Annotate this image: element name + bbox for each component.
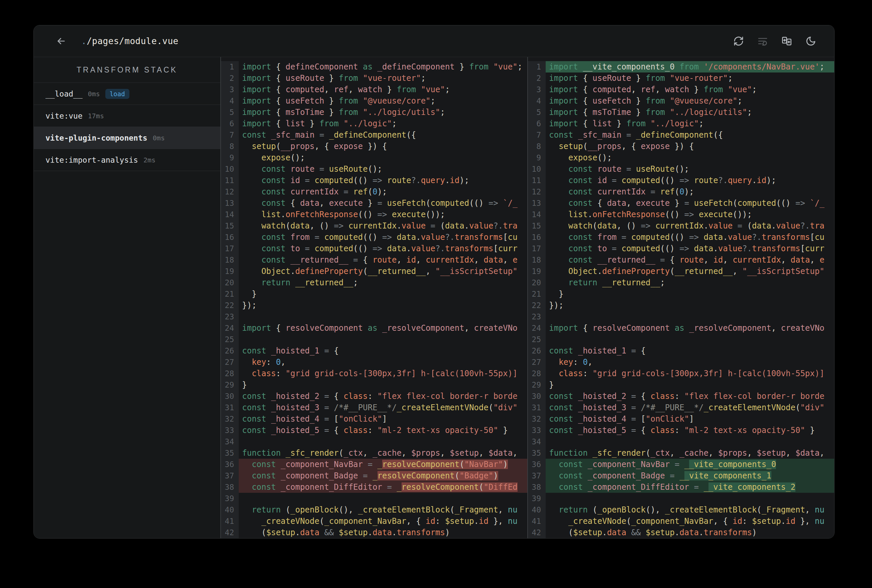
code-text: const { data, execute } = useFetch(compu… — [546, 198, 834, 209]
code-line: 16 const from = computed(() => data.valu… — [221, 231, 527, 243]
content-area: TRANSFORM STACK __load__ 0ms load vite:v… — [34, 57, 834, 538]
code-line: 15 watch(data, () => currentIdx.value = … — [221, 220, 527, 231]
line-number: 32 — [528, 413, 546, 424]
line-number: 2 — [528, 72, 546, 84]
code-line: 7const _sfc_main = _defineComponent({ — [221, 129, 527, 141]
code-line: 32const _hoisted_4 = ["onClick"] — [528, 413, 834, 424]
code-line: 10 const route = useRoute(); — [528, 164, 834, 175]
code-text: import { useFetch } from "@vueuse/core"; — [239, 95, 527, 106]
line-number: 26 — [221, 345, 239, 357]
line-number: 34 — [221, 436, 239, 447]
line-number: 33 — [221, 424, 239, 436]
line-number: 3 — [528, 84, 546, 95]
code-text: import { defineComponent as _defineCompo… — [239, 61, 527, 72]
line-number: 26 — [528, 345, 546, 357]
line-number: 22 — [221, 300, 239, 311]
code-line: 31const _hoisted_3 = /*#__PURE__*/_creat… — [528, 402, 834, 413]
code-line: 28 class: "grid grid-cols-[300px,3fr] h-… — [528, 368, 834, 379]
code-line: 34 — [221, 436, 527, 447]
code-text: const route = useRoute(); — [239, 164, 527, 175]
code-text: const { data, execute } = useFetch(compu… — [239, 198, 527, 209]
code-line: 21 } — [528, 288, 834, 300]
code-text: key: 0, — [546, 357, 834, 368]
code-text — [546, 493, 834, 504]
code-text: Object.defineProperty(__returned__, "__i… — [546, 266, 834, 277]
transform-name: vite:vue — [45, 112, 83, 120]
code-text: import { msToTime } from "../logic/utils… — [546, 106, 834, 118]
line-number: 17 — [221, 243, 239, 254]
code-line: 18 const __returned__ = { route, id, cur… — [528, 254, 834, 266]
code-line: 24import { resolveComponent as _resolveC… — [528, 322, 834, 334]
code-line: 17 const to = computed(() => data.value?… — [221, 243, 527, 254]
code-text: class: "grid grid-cols-[300px,3fr] h-[ca… — [546, 368, 834, 379]
line-number: 5 — [528, 106, 546, 118]
code-line: 9 expose(); — [221, 152, 527, 164]
line-number: 13 — [221, 198, 239, 209]
sidebar-item-vite-vue[interactable]: vite:vue 17ms — [34, 105, 220, 127]
code-text: const route = useRoute(); — [546, 164, 834, 175]
line-number: 34 — [528, 436, 546, 447]
code-line: 16 const from = computed(() => data.valu… — [528, 231, 834, 243]
split-view-button[interactable] — [781, 35, 793, 47]
arrow-left-icon — [56, 36, 66, 46]
code-text: const id = computed(() => route?.query.i… — [546, 175, 834, 186]
line-number: 12 — [221, 186, 239, 198]
code-line: 3import { computed, ref, watch } from "v… — [221, 84, 527, 95]
line-number: 42 — [528, 527, 546, 538]
wrap-text-icon — [757, 36, 768, 46]
refresh-icon — [733, 36, 744, 46]
code-text: const _hoisted_4 = ["onClick"] — [546, 413, 834, 424]
page-background: { "header": { "file_prefix": ".", "file_… — [0, 0, 872, 588]
line-number: 6 — [528, 118, 546, 129]
code-text: const from = computed(() => data.value?.… — [546, 231, 834, 243]
sidebar-item-vite-import-analysis[interactable]: vite:import-analysis 2ms — [34, 149, 220, 171]
code-text: return __returned__; — [239, 277, 527, 288]
back-button[interactable] — [54, 34, 68, 48]
code-line: 25 — [221, 334, 527, 345]
code-line: 35function _sfc_render(_ctx, _cache, $pr… — [528, 447, 834, 459]
code-line: 5import { msToTime } from "../logic/util… — [221, 106, 527, 118]
line-number: 38 — [528, 482, 546, 493]
code-line: 40 return (_openBlock(), _createElementB… — [221, 504, 527, 516]
line-number: 7 — [221, 129, 239, 141]
line-number: 11 — [221, 175, 239, 186]
code-line: 30const _hoisted_2 = { class: "flex flex… — [221, 390, 527, 402]
code-line: 30const _hoisted_2 = { class: "flex flex… — [528, 390, 834, 402]
code-line: 19 Object.defineProperty(__returned__, "… — [221, 266, 527, 277]
line-number: 30 — [528, 390, 546, 402]
line-number: 27 — [221, 357, 239, 368]
line-number: 27 — [528, 357, 546, 368]
line-number: 16 — [221, 231, 239, 243]
code-text: }); — [239, 300, 527, 311]
code-text: const __returned__ = { route, id, curren… — [239, 254, 527, 266]
line-number: 14 — [528, 209, 546, 220]
code-line: 37 const _component_Badge = __vite_compo… — [528, 470, 834, 482]
code-line: 2import { useRoute } from "vue-router"; — [221, 72, 527, 84]
code-text: } — [239, 379, 527, 390]
code-panel-after[interactable]: 1import __vite_components_0 from '/compo… — [527, 57, 834, 538]
line-wrap-button[interactable] — [757, 35, 769, 47]
line-number: 28 — [528, 368, 546, 379]
code-text: key: 0, — [239, 357, 527, 368]
code-line: 38 const _component_DiffEditor = _resolv… — [221, 482, 527, 493]
code-text: const __returned__ = { route, id, curren… — [546, 254, 834, 266]
code-line: 38 const _component_DiffEditor = __vite_… — [528, 482, 834, 493]
line-number: 3 — [221, 84, 239, 95]
line-number: 12 — [528, 186, 546, 198]
code-line: 41 _createVNode(_component_NavBar, { id:… — [528, 516, 834, 527]
code-line: 2import { useRoute } from "vue-router"; — [528, 72, 834, 84]
sidebar-item-load[interactable]: __load__ 0ms load — [34, 83, 220, 105]
code-text: const _hoisted_3 = /*#__PURE__*/_createE… — [239, 402, 527, 413]
transform-name: vite-plugin-components — [45, 134, 147, 142]
code-line: 22}); — [221, 300, 527, 311]
code-line: 12 const currentIdx = ref(0); — [528, 186, 834, 198]
theme-toggle-button[interactable] — [805, 35, 817, 47]
code-text: const _component_DiffEditor = __vite_com… — [546, 482, 834, 493]
refresh-button[interactable] — [732, 35, 744, 47]
line-number: 6 — [221, 118, 239, 129]
line-number: 10 — [528, 164, 546, 175]
sidebar-item-vite-plugin-components[interactable]: vite-plugin-components 0ms — [34, 127, 220, 149]
code-text: const _sfc_main = _defineComponent({ — [239, 129, 527, 141]
code-panel-before[interactable]: 1import { defineComponent as _defineComp… — [220, 57, 527, 538]
line-number: 19 — [221, 266, 239, 277]
